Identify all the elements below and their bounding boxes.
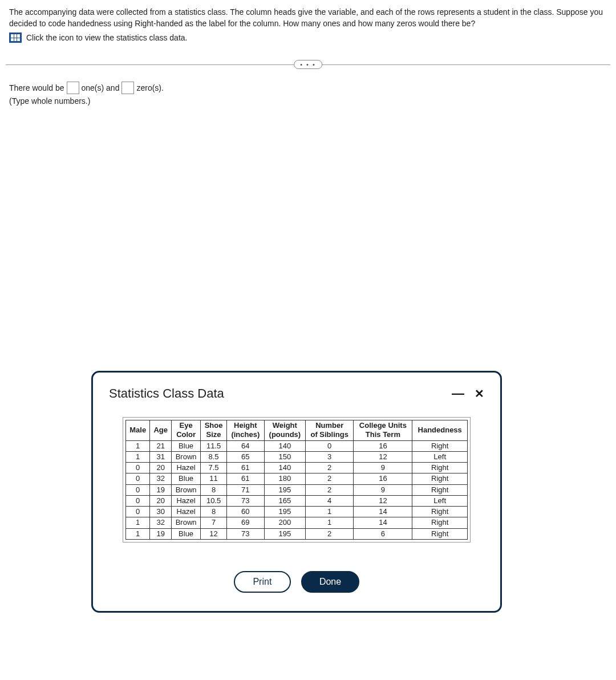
cell-units: 9 bbox=[354, 463, 412, 473]
cell-weight: 195 bbox=[264, 528, 305, 539]
cell-siblings: 1 bbox=[305, 507, 353, 517]
cell-hand: Right bbox=[412, 528, 468, 539]
col-shoe: ShoeSize bbox=[201, 420, 227, 441]
cell-eye: Brown bbox=[171, 517, 200, 528]
answer-mid: one(s) and bbox=[82, 83, 120, 92]
cell-age: 31 bbox=[150, 451, 172, 462]
cell-hand: Right bbox=[412, 463, 468, 473]
table-row: 030Hazel860195114Right bbox=[126, 507, 468, 517]
table-row: 132Brown769200114Right bbox=[126, 517, 468, 528]
table-row: 020Hazel10.573165412Left bbox=[126, 495, 468, 506]
cell-male: 0 bbox=[126, 507, 150, 517]
cell-shoe: 11.5 bbox=[201, 440, 227, 451]
table-body: 121Blue11.564140016Right131Brown8.565150… bbox=[126, 440, 468, 539]
cell-siblings: 3 bbox=[305, 451, 353, 462]
table-row: 131Brown8.565150312Left bbox=[126, 451, 468, 462]
cell-height: 69 bbox=[226, 517, 264, 528]
cell-male: 0 bbox=[126, 463, 150, 473]
answer-area: There would be one(s) and zero(s). (Type… bbox=[0, 70, 616, 106]
cell-age: 19 bbox=[150, 528, 172, 539]
cell-male: 1 bbox=[126, 451, 150, 462]
answer-line: There would be one(s) and zero(s). bbox=[9, 82, 607, 94]
cell-male: 0 bbox=[126, 495, 150, 506]
print-button[interactable]: Print bbox=[234, 571, 291, 593]
modal-title: Statistics Class Data bbox=[109, 386, 224, 401]
cell-age: 30 bbox=[150, 507, 172, 517]
cell-hand: Right bbox=[412, 517, 468, 528]
done-button[interactable]: Done bbox=[301, 571, 359, 593]
cell-units: 12 bbox=[354, 495, 412, 506]
cell-shoe: 10.5 bbox=[201, 495, 227, 506]
cell-male: 1 bbox=[126, 440, 150, 451]
icon-hint-text: Click the icon to view the statistics cl… bbox=[26, 33, 187, 42]
minimize-icon[interactable]: — bbox=[452, 387, 464, 400]
close-icon[interactable]: ✕ bbox=[475, 388, 484, 399]
col-hand: Handedness bbox=[412, 420, 468, 441]
cell-male: 1 bbox=[126, 528, 150, 539]
cell-shoe: 12 bbox=[201, 528, 227, 539]
cell-units: 14 bbox=[354, 517, 412, 528]
cell-hand: Left bbox=[412, 495, 468, 506]
cell-height: 73 bbox=[226, 528, 264, 539]
table-icon[interactable] bbox=[9, 33, 22, 43]
cell-shoe: 8 bbox=[201, 507, 227, 517]
ellipsis-icon[interactable]: • • • bbox=[294, 60, 322, 69]
modal-header: Statistics Class Data — ✕ bbox=[109, 386, 484, 401]
cell-units: 12 bbox=[354, 451, 412, 462]
col-siblings: Numberof Siblings bbox=[305, 420, 353, 441]
cell-hand: Left bbox=[412, 451, 468, 462]
cell-age: 20 bbox=[150, 463, 172, 473]
ones-input[interactable] bbox=[67, 82, 79, 94]
cell-height: 71 bbox=[226, 484, 264, 495]
data-table-wrap: Male Age EyeColor ShoeSize Height(inches… bbox=[123, 417, 471, 543]
cell-shoe: 7.5 bbox=[201, 463, 227, 473]
cell-male: 1 bbox=[126, 517, 150, 528]
table-header-row: Male Age EyeColor ShoeSize Height(inches… bbox=[126, 420, 468, 441]
table-row: 119Blue127319526Right bbox=[126, 528, 468, 539]
answer-suffix: zero(s). bbox=[136, 83, 163, 92]
cell-age: 21 bbox=[150, 440, 172, 451]
col-eye: EyeColor bbox=[171, 420, 200, 441]
table-row: 020Hazel7.56114029Right bbox=[126, 463, 468, 473]
cell-weight: 195 bbox=[264, 507, 305, 517]
col-height: Height(inches) bbox=[226, 420, 264, 441]
cell-units: 9 bbox=[354, 484, 412, 495]
question-prompt: The accompanying data were collected fro… bbox=[9, 7, 607, 29]
modal-buttons: Print Done bbox=[109, 571, 484, 593]
cell-eye: Brown bbox=[171, 484, 200, 495]
cell-height: 60 bbox=[226, 507, 264, 517]
cell-male: 0 bbox=[126, 484, 150, 495]
cell-eye: Hazel bbox=[171, 507, 200, 517]
cell-hand: Right bbox=[412, 507, 468, 517]
modal-controls: — ✕ bbox=[452, 387, 484, 400]
cell-weight: 200 bbox=[264, 517, 305, 528]
cell-siblings: 2 bbox=[305, 473, 353, 484]
cell-units: 14 bbox=[354, 507, 412, 517]
col-male: Male bbox=[126, 420, 150, 441]
table-row: 121Blue11.564140016Right bbox=[126, 440, 468, 451]
cell-siblings: 2 bbox=[305, 484, 353, 495]
cell-siblings: 1 bbox=[305, 517, 353, 528]
cell-eye: Hazel bbox=[171, 495, 200, 506]
cell-hand: Right bbox=[412, 473, 468, 484]
data-table: Male Age EyeColor ShoeSize Height(inches… bbox=[125, 420, 468, 540]
icon-hint-row: Click the icon to view the statistics cl… bbox=[9, 33, 607, 43]
cell-units: 16 bbox=[354, 440, 412, 451]
cell-siblings: 4 bbox=[305, 495, 353, 506]
cell-age: 20 bbox=[150, 495, 172, 506]
zeros-input[interactable] bbox=[121, 82, 134, 94]
col-weight: Weight(pounds) bbox=[264, 420, 305, 441]
cell-shoe: 11 bbox=[201, 473, 227, 484]
cell-eye: Blue bbox=[171, 473, 200, 484]
cell-eye: Blue bbox=[171, 528, 200, 539]
table-row: 032Blue1161180216Right bbox=[126, 473, 468, 484]
cell-weight: 150 bbox=[264, 451, 305, 462]
cell-hand: Right bbox=[412, 484, 468, 495]
cell-eye: Hazel bbox=[171, 463, 200, 473]
cell-shoe: 8 bbox=[201, 484, 227, 495]
cell-siblings: 2 bbox=[305, 463, 353, 473]
col-units: College UnitsThis Term bbox=[354, 420, 412, 441]
cell-height: 61 bbox=[226, 463, 264, 473]
cell-eye: Blue bbox=[171, 440, 200, 451]
cell-age: 19 bbox=[150, 484, 172, 495]
